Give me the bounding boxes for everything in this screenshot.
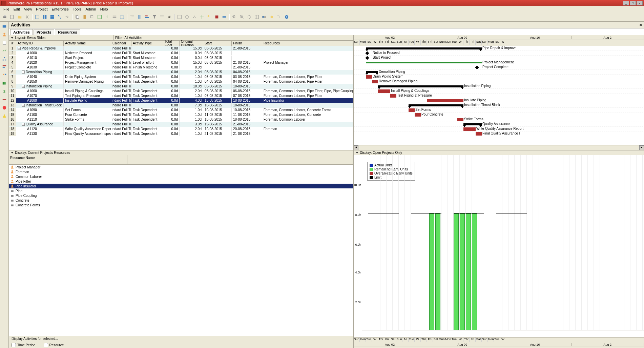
tool3-icon[interactable] (191, 14, 198, 20)
col-duration[interactable]: Original Duration (180, 41, 203, 46)
layout3-icon[interactable] (49, 14, 56, 20)
gantt-row[interactable]: Insulate Piping (354, 98, 644, 103)
col-num[interactable]: # (9, 41, 16, 46)
gantt-row[interactable]: Quality Assurance (354, 122, 644, 127)
task-bar[interactable] (378, 89, 390, 93)
layout1-icon[interactable] (34, 14, 41, 20)
list-item[interactable]: Concrete (9, 198, 353, 203)
table-row[interactable]: 5A1030Project Completendard Full TimeFin… (9, 65, 353, 70)
gantt-row[interactable]: Demolition Piping (354, 70, 644, 75)
filter-label[interactable]: Filter: All Activities (115, 36, 142, 40)
sort-icon[interactable]: # (166, 14, 173, 20)
tool6-icon[interactable] (213, 14, 220, 20)
milestone-marker[interactable] (365, 51, 369, 55)
task-bar[interactable] (427, 99, 463, 102)
list-item[interactable]: Pipe (9, 188, 353, 193)
summary-bar[interactable] (463, 123, 482, 125)
list-item[interactable]: Pipe Fitter (9, 179, 353, 184)
gantt-row[interactable]: Pour Concrete (354, 112, 644, 117)
scroll-left-button[interactable]: ◄ (354, 145, 358, 150)
chevron-down-icon[interactable] (356, 152, 358, 153)
thresholds-icon[interactable] (1, 96, 8, 103)
table-row[interactable]: 10A1060Install Piping & Couplingsndard F… (9, 89, 353, 94)
table-row[interactable]: 9−Installation Pipingndard Full Time0.0d… (9, 84, 353, 89)
indent-icon[interactable] (129, 14, 136, 20)
import-icon[interactable] (104, 14, 110, 20)
tab-activities[interactable]: Activities (10, 29, 33, 35)
zoomout-icon[interactable] (238, 14, 245, 20)
col-finish[interactable]: Finish (232, 41, 262, 46)
issues-icon[interactable] (1, 104, 8, 111)
task-bar[interactable] (415, 113, 421, 117)
trace-icon[interactable] (64, 14, 70, 20)
resource-name-col[interactable]: Resource Name (9, 155, 127, 164)
summary-bar[interactable] (366, 47, 482, 49)
menu-admin[interactable]: Admin (83, 6, 98, 12)
col-calendar[interactable]: Calendar (111, 41, 131, 46)
gantt-row[interactable]: Project Complete (354, 65, 644, 70)
loe-bar[interactable] (366, 62, 482, 63)
collapse-icon[interactable]: − (22, 85, 25, 88)
network-icon[interactable] (56, 14, 63, 20)
gantt-row[interactable]: Write Quality Assurance Report (354, 127, 644, 131)
col-float[interactable]: Total Float (163, 41, 180, 46)
tool4-icon[interactable] (199, 14, 205, 20)
milestone-marker[interactable] (475, 65, 479, 69)
tracking-icon[interactable] (1, 47, 8, 54)
menu-view[interactable]: View (22, 6, 34, 12)
zoomfit-icon[interactable] (246, 14, 253, 20)
scroll-right-button[interactable]: ► (639, 145, 644, 150)
projects-icon[interactable] (1, 23, 8, 30)
collapse-icon[interactable]: − (22, 123, 25, 126)
help-icon[interactable]: ? (283, 14, 290, 20)
filter-icon[interactable] (151, 14, 158, 20)
task-bar[interactable] (409, 108, 415, 112)
progress-icon[interactable] (261, 14, 268, 20)
menu-edit[interactable]: Edit (12, 6, 22, 12)
table-row[interactable]: 17−Quality Assurancendard Full Time0.0d3… (9, 122, 353, 127)
gantt-row[interactable]: Remove Damaged Piping (354, 79, 644, 84)
task-bar[interactable] (372, 80, 378, 83)
export-icon[interactable] (96, 14, 103, 20)
task-bar[interactable] (463, 127, 476, 131)
table-row[interactable]: 11A1070Test Piping at Pressurendard Full… (9, 94, 353, 98)
col-name[interactable]: Activity Name (64, 41, 111, 46)
paste-icon[interactable] (81, 14, 88, 20)
summary-bar[interactable] (409, 104, 463, 106)
task-bar[interactable] (390, 94, 396, 98)
group-icon[interactable] (159, 14, 165, 20)
layout-label[interactable]: Layout: Swiss Rides (15, 36, 45, 40)
bars-icon[interactable] (144, 14, 150, 20)
col-id[interactable]: Activity ID (16, 41, 64, 46)
tab-projects[interactable]: Projects (34, 29, 54, 35)
gantt-scrollbar[interactable]: ◄ ► (354, 145, 644, 150)
zoomin-icon[interactable] (231, 14, 238, 20)
schedule-icon[interactable] (119, 14, 125, 20)
resource-panel-title[interactable]: Display: Current Project's Resources (15, 151, 70, 155)
maximize-button[interactable]: □ (630, 1, 636, 5)
tool5-icon[interactable] (206, 14, 213, 20)
time-period-checkbox[interactable]: Time Period (12, 342, 36, 348)
gantt-row[interactable]: Installation Piping (354, 84, 644, 89)
collapse-icon[interactable]: − (18, 47, 21, 50)
close-view-button[interactable]: × (639, 22, 642, 27)
gantt-row[interactable]: Test Piping at Pressure (354, 94, 644, 98)
list-item[interactable]: Project Manager (9, 165, 353, 169)
table-row[interactable]: 8A1050Remove Damaged Pipingndard Full Ti… (9, 79, 353, 84)
collapse-icon[interactable]: − (22, 104, 25, 107)
gantt-row[interactable]: Install Piping & Couplings (354, 89, 644, 94)
layout2-icon[interactable] (41, 14, 48, 20)
table-row[interactable]: 4A1020Project Managementndard Full TimeL… (9, 60, 353, 65)
resource-checkbox[interactable]: Resource (44, 342, 64, 348)
table-row[interactable]: 13−Installation Thrust Blockndard Full T… (9, 103, 353, 108)
gantt-row[interactable]: Notice to Proceed (354, 51, 644, 56)
gantt-row[interactable]: Drain Piping System (354, 75, 644, 79)
relationships-icon[interactable] (276, 14, 283, 20)
split-icon[interactable] (253, 14, 260, 20)
tool2-icon[interactable] (184, 14, 190, 20)
list-item[interactable]: Concrete Forms (9, 203, 353, 207)
task-bar[interactable] (457, 118, 463, 121)
copy-icon[interactable] (74, 14, 81, 20)
gantt-row[interactable]: Project Management (354, 60, 644, 65)
milestone-marker[interactable] (365, 56, 369, 60)
